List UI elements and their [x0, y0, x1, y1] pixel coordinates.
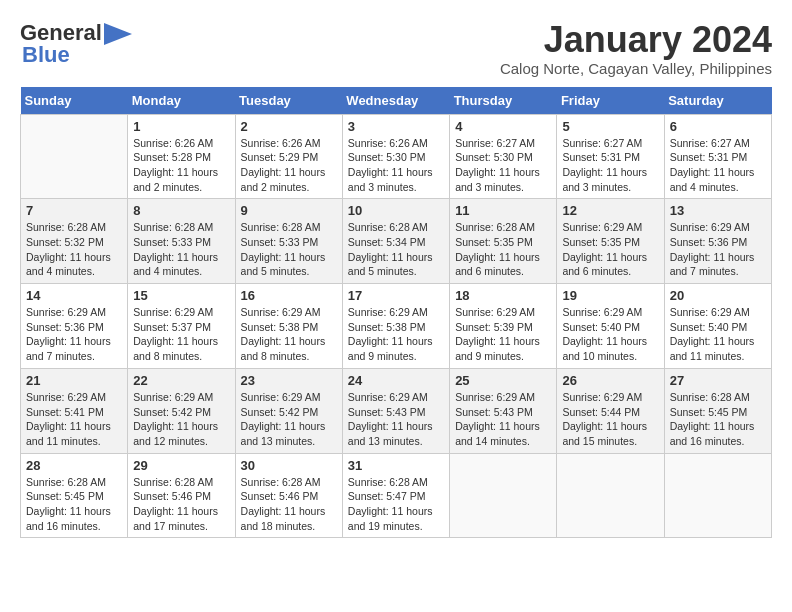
calendar-cell: 10Sunrise: 6:28 AMSunset: 5:34 PMDayligh…: [342, 199, 449, 284]
day-info: Sunrise: 6:29 AMSunset: 5:36 PMDaylight:…: [670, 220, 766, 279]
day-number: 23: [241, 373, 337, 388]
day-number: 11: [455, 203, 551, 218]
day-number: 4: [455, 119, 551, 134]
day-info: Sunrise: 6:29 AMSunset: 5:36 PMDaylight:…: [26, 305, 122, 364]
day-number: 12: [562, 203, 658, 218]
svg-marker-0: [104, 23, 132, 45]
day-number: 31: [348, 458, 444, 473]
calendar-cell: 11Sunrise: 6:28 AMSunset: 5:35 PMDayligh…: [450, 199, 557, 284]
weekday-header-thursday: Thursday: [450, 87, 557, 115]
day-info: Sunrise: 6:29 AMSunset: 5:41 PMDaylight:…: [26, 390, 122, 449]
day-info: Sunrise: 6:28 AMSunset: 5:33 PMDaylight:…: [133, 220, 229, 279]
logo-arrow-icon: [104, 23, 132, 45]
calendar-cell: 4Sunrise: 6:27 AMSunset: 5:30 PMDaylight…: [450, 114, 557, 199]
calendar-cell: 1Sunrise: 6:26 AMSunset: 5:28 PMDaylight…: [128, 114, 235, 199]
calendar-cell: 14Sunrise: 6:29 AMSunset: 5:36 PMDayligh…: [21, 284, 128, 369]
day-info: Sunrise: 6:28 AMSunset: 5:46 PMDaylight:…: [133, 475, 229, 534]
weekday-header-wednesday: Wednesday: [342, 87, 449, 115]
day-info: Sunrise: 6:28 AMSunset: 5:47 PMDaylight:…: [348, 475, 444, 534]
day-info: Sunrise: 6:28 AMSunset: 5:32 PMDaylight:…: [26, 220, 122, 279]
day-number: 2: [241, 119, 337, 134]
day-info: Sunrise: 6:29 AMSunset: 5:43 PMDaylight:…: [455, 390, 551, 449]
day-info: Sunrise: 6:29 AMSunset: 5:43 PMDaylight:…: [348, 390, 444, 449]
calendar-cell: 17Sunrise: 6:29 AMSunset: 5:38 PMDayligh…: [342, 284, 449, 369]
day-info: Sunrise: 6:27 AMSunset: 5:30 PMDaylight:…: [455, 136, 551, 195]
calendar-cell: 24Sunrise: 6:29 AMSunset: 5:43 PMDayligh…: [342, 368, 449, 453]
day-number: 9: [241, 203, 337, 218]
calendar-cell: 6Sunrise: 6:27 AMSunset: 5:31 PMDaylight…: [664, 114, 771, 199]
calendar-week-2: 7Sunrise: 6:28 AMSunset: 5:32 PMDaylight…: [21, 199, 772, 284]
calendar-cell: [557, 453, 664, 538]
day-number: 14: [26, 288, 122, 303]
calendar-cell: 9Sunrise: 6:28 AMSunset: 5:33 PMDaylight…: [235, 199, 342, 284]
day-info: Sunrise: 6:29 AMSunset: 5:44 PMDaylight:…: [562, 390, 658, 449]
day-info: Sunrise: 6:28 AMSunset: 5:45 PMDaylight:…: [26, 475, 122, 534]
day-number: 16: [241, 288, 337, 303]
calendar-cell: 7Sunrise: 6:28 AMSunset: 5:32 PMDaylight…: [21, 199, 128, 284]
day-info: Sunrise: 6:26 AMSunset: 5:29 PMDaylight:…: [241, 136, 337, 195]
calendar-cell: 29Sunrise: 6:28 AMSunset: 5:46 PMDayligh…: [128, 453, 235, 538]
calendar-cell: 13Sunrise: 6:29 AMSunset: 5:36 PMDayligh…: [664, 199, 771, 284]
calendar-cell: 5Sunrise: 6:27 AMSunset: 5:31 PMDaylight…: [557, 114, 664, 199]
calendar-cell: 25Sunrise: 6:29 AMSunset: 5:43 PMDayligh…: [450, 368, 557, 453]
day-info: Sunrise: 6:29 AMSunset: 5:40 PMDaylight:…: [562, 305, 658, 364]
day-info: Sunrise: 6:29 AMSunset: 5:39 PMDaylight:…: [455, 305, 551, 364]
calendar-week-3: 14Sunrise: 6:29 AMSunset: 5:36 PMDayligh…: [21, 284, 772, 369]
day-info: Sunrise: 6:29 AMSunset: 5:35 PMDaylight:…: [562, 220, 658, 279]
day-number: 1: [133, 119, 229, 134]
day-number: 3: [348, 119, 444, 134]
day-number: 6: [670, 119, 766, 134]
calendar-week-1: 1Sunrise: 6:26 AMSunset: 5:28 PMDaylight…: [21, 114, 772, 199]
day-number: 13: [670, 203, 766, 218]
location-subtitle: Calog Norte, Cagayan Valley, Philippines: [500, 60, 772, 77]
weekday-header-sunday: Sunday: [21, 87, 128, 115]
calendar-cell: 22Sunrise: 6:29 AMSunset: 5:42 PMDayligh…: [128, 368, 235, 453]
page-header: General Blue January 2024 Calog Norte, C…: [20, 20, 772, 77]
calendar-cell: 30Sunrise: 6:28 AMSunset: 5:46 PMDayligh…: [235, 453, 342, 538]
calendar-cell: 23Sunrise: 6:29 AMSunset: 5:42 PMDayligh…: [235, 368, 342, 453]
day-info: Sunrise: 6:29 AMSunset: 5:38 PMDaylight:…: [241, 305, 337, 364]
day-number: 5: [562, 119, 658, 134]
calendar-cell: 31Sunrise: 6:28 AMSunset: 5:47 PMDayligh…: [342, 453, 449, 538]
day-number: 21: [26, 373, 122, 388]
logo-blue: Blue: [20, 42, 70, 68]
calendar-table: SundayMondayTuesdayWednesdayThursdayFrid…: [20, 87, 772, 539]
day-info: Sunrise: 6:29 AMSunset: 5:42 PMDaylight:…: [133, 390, 229, 449]
day-number: 24: [348, 373, 444, 388]
day-number: 17: [348, 288, 444, 303]
calendar-cell: [664, 453, 771, 538]
day-info: Sunrise: 6:27 AMSunset: 5:31 PMDaylight:…: [562, 136, 658, 195]
day-info: Sunrise: 6:28 AMSunset: 5:35 PMDaylight:…: [455, 220, 551, 279]
calendar-cell: 16Sunrise: 6:29 AMSunset: 5:38 PMDayligh…: [235, 284, 342, 369]
day-info: Sunrise: 6:29 AMSunset: 5:38 PMDaylight:…: [348, 305, 444, 364]
day-info: Sunrise: 6:28 AMSunset: 5:34 PMDaylight:…: [348, 220, 444, 279]
day-info: Sunrise: 6:26 AMSunset: 5:28 PMDaylight:…: [133, 136, 229, 195]
calendar-cell: 19Sunrise: 6:29 AMSunset: 5:40 PMDayligh…: [557, 284, 664, 369]
day-info: Sunrise: 6:27 AMSunset: 5:31 PMDaylight:…: [670, 136, 766, 195]
calendar-week-5: 28Sunrise: 6:28 AMSunset: 5:45 PMDayligh…: [21, 453, 772, 538]
calendar-cell: 18Sunrise: 6:29 AMSunset: 5:39 PMDayligh…: [450, 284, 557, 369]
day-number: 25: [455, 373, 551, 388]
calendar-cell: 8Sunrise: 6:28 AMSunset: 5:33 PMDaylight…: [128, 199, 235, 284]
day-info: Sunrise: 6:26 AMSunset: 5:30 PMDaylight:…: [348, 136, 444, 195]
calendar-cell: 2Sunrise: 6:26 AMSunset: 5:29 PMDaylight…: [235, 114, 342, 199]
day-number: 22: [133, 373, 229, 388]
calendar-week-4: 21Sunrise: 6:29 AMSunset: 5:41 PMDayligh…: [21, 368, 772, 453]
month-title: January 2024: [500, 20, 772, 60]
day-info: Sunrise: 6:28 AMSunset: 5:45 PMDaylight:…: [670, 390, 766, 449]
day-number: 15: [133, 288, 229, 303]
weekday-header-monday: Monday: [128, 87, 235, 115]
day-number: 10: [348, 203, 444, 218]
day-info: Sunrise: 6:29 AMSunset: 5:42 PMDaylight:…: [241, 390, 337, 449]
weekday-header-friday: Friday: [557, 87, 664, 115]
calendar-cell: 26Sunrise: 6:29 AMSunset: 5:44 PMDayligh…: [557, 368, 664, 453]
day-info: Sunrise: 6:28 AMSunset: 5:33 PMDaylight:…: [241, 220, 337, 279]
calendar-cell: 20Sunrise: 6:29 AMSunset: 5:40 PMDayligh…: [664, 284, 771, 369]
calendar-cell: 3Sunrise: 6:26 AMSunset: 5:30 PMDaylight…: [342, 114, 449, 199]
day-number: 30: [241, 458, 337, 473]
day-info: Sunrise: 6:29 AMSunset: 5:37 PMDaylight:…: [133, 305, 229, 364]
weekday-header-row: SundayMondayTuesdayWednesdayThursdayFrid…: [21, 87, 772, 115]
day-info: Sunrise: 6:28 AMSunset: 5:46 PMDaylight:…: [241, 475, 337, 534]
day-number: 8: [133, 203, 229, 218]
calendar-cell: 12Sunrise: 6:29 AMSunset: 5:35 PMDayligh…: [557, 199, 664, 284]
